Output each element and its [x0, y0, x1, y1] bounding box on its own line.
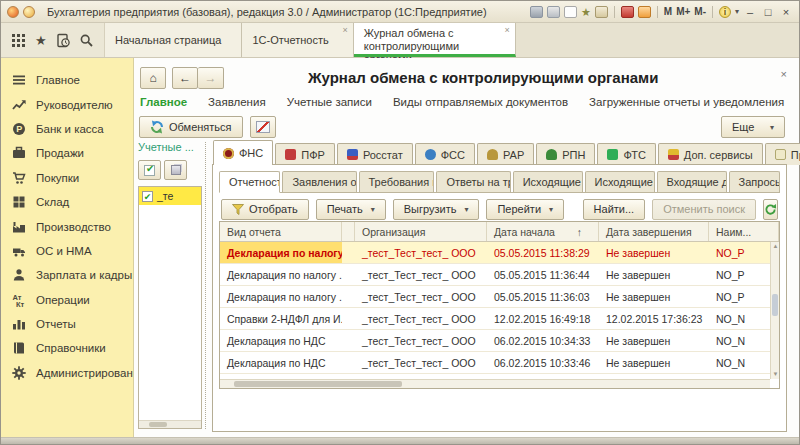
tab-vkhodyashchie[interactable]: Входящие д... [657, 171, 727, 192]
chevron-down-icon[interactable]: ▾ [735, 7, 739, 16]
scroll-down-icon[interactable]: ▼ [772, 371, 779, 378]
goto-button[interactable]: Перейти▾ [486, 199, 564, 220]
sidebar-item-administrirovanie[interactable]: Администрирование [1, 361, 133, 385]
nav-zagruzhennye-otchety[interactable]: Загруженные отчеты и уведомления [589, 96, 784, 108]
tab-pfr[interactable]: ПФР [275, 143, 335, 165]
scroll-up-icon[interactable]: ▲ [772, 243, 779, 250]
forward-button[interactable]: → [198, 67, 224, 89]
sidebar-item-zarplata-i-kadry[interactable]: Зарплата и кадры [1, 263, 133, 287]
tab-fts[interactable]: ФТС [597, 143, 655, 165]
export-button[interactable]: Выгрузить▾ [393, 199, 480, 220]
sidebar-item-spravochniki[interactable]: Справочники [1, 336, 133, 360]
find-button[interactable]: Найти... [583, 199, 646, 220]
table-row[interactable]: Декларация по НДС _тест_Тест_тест_ ООО 0… [220, 352, 779, 374]
sidebar-item-operatsii[interactable]: АтКт Операции [1, 288, 133, 312]
cancel-search-button[interactable]: Отменить поиск [652, 199, 756, 220]
calendar-icon[interactable] [638, 6, 651, 18]
column-status-icon[interactable] [342, 222, 355, 241]
nav-vidy-dokumentov[interactable]: Виды отправляемых документов [393, 96, 568, 108]
close-button[interactable]: × [779, 6, 793, 18]
scrollbar-thumb[interactable] [149, 422, 167, 427]
sidebar-item-otchety[interactable]: Отчеты [1, 312, 133, 336]
favorites-star-icon[interactable]: ★ [35, 33, 47, 48]
tab-rar[interactable]: РАР [477, 143, 534, 165]
table-row[interactable]: Декларация по налогу ... _тест_Тест_тест… [220, 242, 779, 264]
checkbox-checked-icon[interactable]: ✔ [142, 191, 153, 202]
refresh-button[interactable] [763, 199, 778, 220]
tab-rosstat[interactable]: Росстат [337, 143, 413, 165]
scrollbar-thumb[interactable] [772, 294, 778, 316]
table-row[interactable]: Декларация по налогу ... _тест_Тест_тест… [220, 264, 779, 286]
check-account-button[interactable]: ✔ [138, 160, 161, 180]
column-kind[interactable]: Вид отчета [220, 222, 342, 241]
column-org[interactable]: Организация [355, 222, 487, 241]
grid-menu-icon[interactable] [12, 34, 25, 47]
maximize-button[interactable]: □ [761, 6, 775, 18]
sidebar-item-sklad[interactable]: Склад [1, 190, 133, 214]
nav-uchetnye-zapisi[interactable]: Учетные записи [287, 96, 372, 108]
disable-exchange-button[interactable] [250, 116, 276, 138]
sidebar-item-rukovoditelyu[interactable]: Руководителю [1, 92, 133, 116]
calculator-icon[interactable] [621, 6, 634, 18]
tab-fns[interactable]: ФНС [213, 140, 273, 165]
sidebar-item-proizvodstvo[interactable]: Производство [1, 214, 133, 238]
print-icon[interactable] [547, 6, 560, 18]
tab-start-page[interactable]: Начальная страница [105, 23, 242, 57]
filter-button[interactable]: Отобрать [221, 199, 309, 220]
tab-iskhodyashchie-2[interactable]: Исходящие ... [585, 171, 655, 192]
tab-rpn[interactable]: РПН [536, 143, 595, 165]
sidebar-item-pokupki[interactable]: Покупки [1, 166, 133, 190]
column-name[interactable]: Наим... [709, 222, 779, 241]
accounts-horizontal-scrollbar[interactable] [139, 420, 201, 428]
app-menu-secondary-icon[interactable] [23, 6, 35, 18]
table-row[interactable]: Справки 2-НДФЛ для И... _тест_Тест_тест_… [220, 308, 779, 330]
tab-otvety[interactable]: Ответы на тр... [436, 171, 510, 192]
vertical-scrollbar[interactable]: ▲ ▼ [770, 242, 779, 379]
close-form-icon[interactable]: × [781, 68, 787, 80]
tab-zayavleniya-o[interactable]: Заявления о ... [282, 171, 356, 192]
close-icon[interactable]: × [342, 26, 347, 34]
tab-zaprosy[interactable]: Запросы [729, 171, 780, 192]
sidebar-item-bank-i-kassa[interactable]: Р Банк и касса [1, 117, 133, 141]
exchange-button[interactable]: Обменяться [139, 116, 243, 138]
back-button[interactable]: ← [172, 67, 198, 89]
close-icon[interactable]: × [504, 26, 509, 34]
home-button[interactable]: ⌂ [140, 67, 166, 89]
sidebar-item-os-i-nma[interactable]: ОС и НМА [1, 239, 133, 263]
scrollbar-thumb[interactable] [234, 381, 402, 387]
app-menu-icon[interactable] [7, 6, 19, 18]
tab-fss[interactable]: ФСС [415, 143, 475, 165]
cube-button[interactable] [164, 160, 187, 180]
print-button[interactable]: Печать▾ [316, 199, 386, 220]
info-icon[interactable]: i [719, 6, 731, 18]
minimize-button[interactable]: – [743, 6, 757, 18]
column-start[interactable]: Дата начала↑ [487, 222, 599, 241]
nav-zayavleniya[interactable]: Заявления [208, 96, 266, 108]
table-row[interactable]: Декларация по налогу ... _тест_Тест_тест… [220, 286, 779, 308]
horizontal-scrollbar[interactable] [220, 379, 770, 388]
clipboard-icon[interactable] [595, 6, 608, 18]
sidebar-item-prodazhi[interactable]: Продажи [1, 141, 133, 165]
account-list-item[interactable]: ✔ _те [139, 187, 201, 205]
nav-glavnoe[interactable]: Главное [140, 96, 187, 108]
more-button[interactable]: Еще ▾ [721, 116, 785, 138]
panel-splitter[interactable] [205, 142, 212, 429]
tab-1c-reporting[interactable]: 1С-Отчетность × [242, 23, 353, 57]
memory-m-minus-button[interactable]: M- [694, 6, 706, 17]
tab-iskhodyashchie-1[interactable]: Исходящие ... [513, 171, 583, 192]
tab-prochee[interactable]: Прочее [765, 143, 800, 165]
tab-trebovaniya[interactable]: Требования и... [359, 171, 435, 192]
tab-otchetnost[interactable]: Отчетность [219, 171, 280, 193]
search-icon[interactable] [80, 34, 93, 47]
save-icon[interactable] [530, 6, 543, 18]
memory-m-plus-button[interactable]: M+ [676, 6, 690, 17]
tab-exchange-journal[interactable]: Журнал обмена с контролирующими органами… [354, 23, 516, 57]
sidebar-item-glavnoe[interactable]: Главное [1, 68, 133, 92]
column-end[interactable]: Дата завершения [599, 222, 709, 241]
favorites-icon[interactable]: ★ [581, 6, 591, 18]
memory-m-button[interactable]: M [664, 6, 672, 17]
history-icon[interactable] [57, 34, 70, 47]
table-row[interactable]: Декларация по НДС _тест_Тест_тест_ ООО 0… [220, 330, 779, 352]
print-preview-icon[interactable] [564, 6, 577, 18]
tab-dop-servisy[interactable]: Доп. сервисы [658, 143, 763, 165]
